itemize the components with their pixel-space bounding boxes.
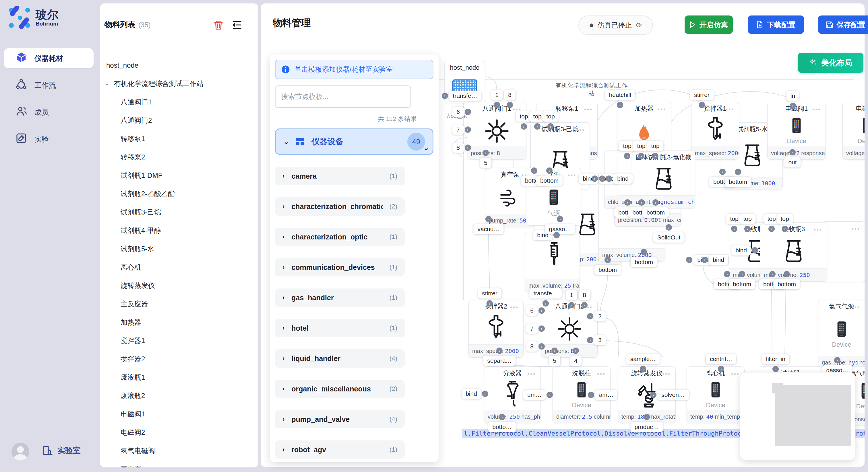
collapse-list-icon[interactable] (232, 20, 242, 30)
node-menu-icon[interactable]: ••• (682, 155, 690, 162)
tree-item[interactable]: 氢气电磁阀 (100, 442, 257, 460)
tree-item[interactable]: 电磁阀2 (100, 423, 257, 442)
port-dot[interactable]: › (568, 302, 575, 308)
port-dot[interactable]: › (782, 226, 788, 232)
port-dot[interactable]: › (789, 103, 796, 109)
tree-item[interactable]: 搅拌器2 (100, 350, 257, 368)
port-dot[interactable]: › (538, 307, 545, 314)
port-dot[interactable]: › (499, 414, 505, 420)
search-input[interactable] (275, 86, 411, 108)
sidebar-item-lab[interactable]: 实验室 (42, 445, 81, 456)
port-dot[interactable]: › (599, 175, 606, 182)
port-dot[interactable]: › (592, 175, 598, 182)
canvas-node[interactable]: ••• (822, 222, 865, 282)
node-menu-icon[interactable]: ••• (577, 127, 585, 133)
canvas-node-电磁阀1[interactable]: •••电磁阀1Devicevoltage: 12 response_time: … (767, 102, 826, 160)
avatar[interactable] (11, 443, 29, 461)
trash-icon[interactable] (214, 20, 223, 30)
tree-item[interactable]: 试剂瓶3-己烷 (100, 203, 257, 222)
port-dot[interactable]: › (731, 226, 737, 232)
port-dot[interactable]: › (768, 226, 775, 232)
node-menu-icon[interactable]: ••• (472, 65, 480, 72)
port-dot[interactable]: › (482, 391, 488, 397)
port-dot[interactable]: › (538, 343, 545, 349)
port-dot[interactable]: › (739, 271, 745, 277)
port-dot[interactable]: › (719, 169, 725, 175)
port-dot[interactable]: › (650, 392, 656, 398)
canvas-node-八通阀门1[interactable]: •••八通阀门1positions: 8 (467, 102, 526, 160)
chevron-down-icon[interactable]: ⌄ (423, 143, 429, 152)
node-menu-icon[interactable]: ••• (568, 172, 577, 179)
tree-item[interactable]: 转移泵2 (100, 148, 257, 166)
tree-item[interactable]: 转移泵1 (100, 130, 257, 148)
node-menu-icon[interactable]: ••• (731, 371, 740, 377)
node-menu-icon[interactable]: ••• (851, 304, 860, 310)
port-dot[interactable]: › (652, 153, 658, 159)
node-menu-icon[interactable]: ••• (812, 106, 821, 113)
tree-item[interactable]: 电磁阀1 (100, 405, 257, 423)
tree-item[interactable]: 搅拌器1 (100, 332, 257, 350)
template-group-characterization_chromatic[interactable]: ›characterization_chromatic(2) (275, 197, 405, 216)
node-menu-icon[interactable]: ••• (597, 371, 606, 377)
tree-item[interactable]: 主反应器 (100, 295, 257, 313)
chevron-down-icon[interactable]: ⌄ (104, 80, 110, 87)
template-group-liquid_handler[interactable]: ›liquid_handler(4) (275, 349, 405, 368)
port-dot[interactable]: › (572, 347, 579, 354)
tree-item[interactable]: 试剂瓶4-甲醇 (100, 222, 257, 240)
template-group-robot_agv[interactable]: ›robot_agv(1) (275, 440, 405, 459)
canvas-node-搅拌器1[interactable]: •••搅拌器1max_speed: 2000 (691, 102, 739, 160)
category-instrument-equipment[interactable]: ⌄ 仪器设备 49 (275, 129, 433, 155)
port-dot[interactable]: › (640, 366, 646, 372)
port-dot[interactable]: › (553, 232, 560, 238)
node-menu-icon[interactable]: ••• (527, 371, 536, 377)
port-dot[interactable]: › (485, 216, 492, 222)
sidebar-item-cube[interactable]: 仪器耗材 (4, 48, 94, 68)
port-dot[interactable]: › (789, 149, 796, 156)
tree-item[interactable]: 试剂瓶1-DMF (100, 166, 257, 185)
port-dot[interactable]: › (772, 366, 779, 372)
port-dot[interactable]: › (487, 300, 493, 307)
template-group-pump_and_valve[interactable]: ›pump_and_valve(4) (275, 410, 405, 429)
port-dot[interactable]: › (641, 249, 647, 255)
port-dot[interactable]: › (465, 144, 471, 151)
minimap-viewport[interactable] (775, 385, 851, 446)
sidebar-item-workflow[interactable]: 工作流 (4, 75, 94, 95)
port-dot[interactable]: › (581, 302, 588, 308)
port-dot[interactable]: › (606, 175, 612, 182)
port-dot[interactable]: › (547, 392, 553, 398)
port-dot[interactable]: › (531, 167, 537, 174)
port-dot[interactable]: › (724, 271, 730, 277)
tree-item[interactable]: 真空泵 (100, 460, 257, 467)
canvas-node-离心机[interactable]: •••离心机Devicetemp: 40 min_temp: 4 max_spe (687, 367, 745, 423)
node-menu-icon[interactable]: ••• (584, 106, 593, 113)
node-menu-icon[interactable]: ••• (662, 371, 671, 377)
port-dot[interactable]: › (699, 102, 705, 108)
port-dot[interactable]: › (665, 224, 672, 231)
port-dot[interactable]: › (442, 93, 448, 99)
sidebar-item-experiment[interactable]: 实验 (4, 129, 94, 149)
template-group-hotel[interactable]: ›hotel(1) (275, 319, 405, 337)
port-dot[interactable]: › (546, 167, 553, 174)
tree-item[interactable]: 旋转蒸发仪 (100, 276, 257, 295)
port-dot[interactable]: › (769, 271, 776, 277)
port-dot[interactable]: › (652, 199, 659, 206)
port-dot[interactable]: › (784, 271, 790, 277)
minimap[interactable] (740, 372, 856, 461)
port-dot[interactable]: › (521, 123, 527, 130)
port-dot[interactable]: › (834, 357, 840, 363)
template-group-camera[interactable]: ›camera(1) (275, 167, 405, 185)
template-group-organic_miscellaneous[interactable]: ›organic_miscellaneous(2) (275, 380, 405, 398)
template-group-characterization_optic[interactable]: ›characterization_optic(1) (275, 228, 405, 246)
node-menu-icon[interactable]: ••• (725, 106, 734, 113)
canvas-node-电磁阀2[interactable]: •••电磁阀2Devicevoltage: 12 (842, 102, 865, 160)
port-dot[interactable]: › (752, 247, 758, 254)
app-logo[interactable]: 玻尔 Bohrium (8, 6, 59, 29)
port-dot[interactable]: › (534, 123, 540, 130)
port-dot[interactable]: › (538, 326, 545, 332)
canvas-node-八通阀门2[interactable]: •••八通阀门2positions: 8 (541, 300, 598, 358)
port-dot[interactable]: › (639, 199, 645, 206)
port-dot[interactable]: › (718, 366, 724, 372)
port-dot[interactable]: › (587, 337, 593, 343)
port-dot[interactable]: › (588, 392, 594, 398)
canvas-node[interactable]: max_volume: 25 transfer_rate: 10 (525, 233, 580, 292)
